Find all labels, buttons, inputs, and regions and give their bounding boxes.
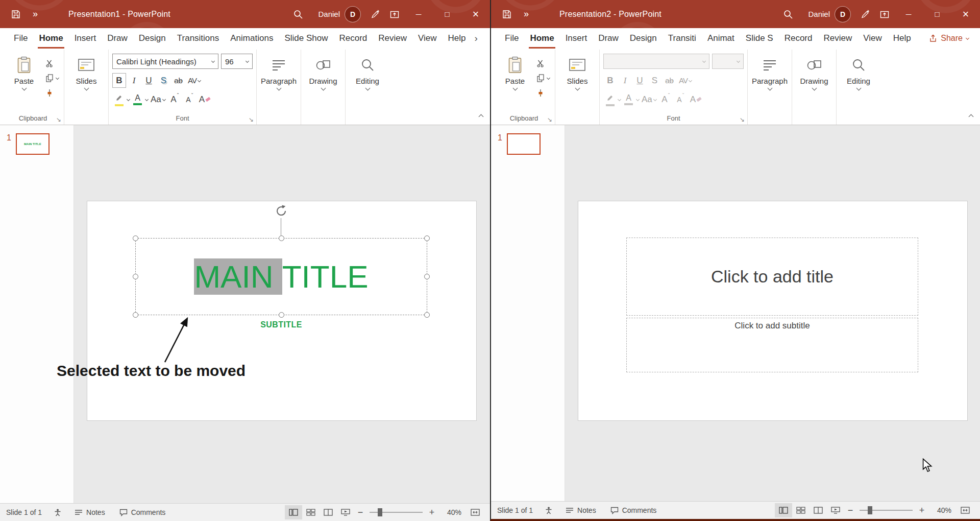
reading-view-button[interactable]	[810, 503, 827, 517]
tab-home[interactable]: Home	[33, 28, 68, 49]
notes-button[interactable]: Notes	[566, 506, 596, 514]
editing-button[interactable]: Editing	[840, 52, 877, 112]
zoom-level[interactable]: 40%	[439, 508, 461, 516]
slide-sorter-view-button[interactable]	[302, 505, 320, 519]
paste-button[interactable]: Paste	[6, 52, 42, 112]
paste-button[interactable]: Paste	[497, 52, 533, 112]
user-name[interactable]: Daniel	[808, 10, 830, 18]
slide[interactable]: MAIN TITLE SUBTITLE	[87, 201, 476, 420]
save-icon[interactable]	[6, 0, 26, 28]
slides-button[interactable]: Slides	[559, 52, 596, 112]
slideshow-button[interactable]	[827, 503, 844, 517]
clipboard-dialog-launcher-icon[interactable]: ↘	[547, 116, 552, 123]
rotate-handle-icon[interactable]	[275, 204, 288, 218]
tab-transitions[interactable]: Transitions	[172, 28, 225, 49]
ribbon-display-options-icon[interactable]	[385, 0, 404, 28]
tab-draw[interactable]: Draw	[102, 28, 133, 49]
font-name-combo[interactable]: Calibri Light (Headings)	[112, 54, 218, 69]
maximize-button[interactable]: □	[923, 0, 951, 28]
comments-button[interactable]: Comments	[610, 506, 657, 514]
ribbon-display-options-icon[interactable]	[875, 0, 894, 28]
change-case-button[interactable]: Aa	[149, 92, 167, 107]
quick-access-chevron-icon[interactable]: »	[26, 0, 45, 28]
drawing-button[interactable]: Drawing	[796, 52, 832, 112]
search-icon[interactable]	[288, 0, 308, 28]
zoom-in-button[interactable]: +	[916, 505, 928, 516]
minimize-button[interactable]: ─	[894, 0, 923, 28]
copy-button[interactable]	[535, 73, 551, 84]
collapse-ribbon-button[interactable]	[969, 111, 973, 121]
slide-thumbnail[interactable]: MAIN TITLE	[16, 133, 50, 155]
slide-sorter-view-button[interactable]	[792, 503, 810, 517]
zoom-slider[interactable]	[370, 512, 423, 513]
normal-view-button[interactable]	[775, 503, 792, 517]
title-placeholder[interactable]: Click to add title	[626, 238, 918, 316]
tab-transitions[interactable]: Transiti	[663, 28, 702, 49]
collapse-ribbon-button[interactable]	[479, 111, 483, 121]
fit-slide-to-window-button[interactable]	[957, 503, 974, 517]
tab-draw[interactable]: Draw	[593, 28, 624, 49]
zoom-level[interactable]: 40%	[929, 506, 951, 514]
cut-button[interactable]	[44, 58, 60, 69]
tab-file[interactable]: File	[8, 28, 33, 49]
accessibility-icon[interactable]	[54, 509, 61, 516]
editing-button[interactable]: Editing	[349, 52, 386, 112]
slideshow-button[interactable]	[337, 505, 354, 519]
tab-home[interactable]: Home	[524, 28, 559, 49]
drawing-button[interactable]: Drawing	[305, 52, 341, 112]
notes-button[interactable]: Notes	[75, 508, 105, 516]
text-highlight-color-button[interactable]	[112, 92, 126, 107]
user-name[interactable]: Daniel	[318, 10, 340, 18]
tab-insert[interactable]: Insert	[69, 28, 102, 49]
minimize-button[interactable]: ─	[404, 0, 433, 28]
copy-button[interactable]	[44, 73, 60, 84]
subtitle-placeholder[interactable]: Click to add subtitle	[626, 318, 918, 372]
format-painter-button[interactable]	[535, 87, 551, 99]
tab-animations[interactable]: Animations	[225, 28, 279, 49]
zoom-slider[interactable]	[860, 510, 913, 511]
ink-pen-icon[interactable]	[855, 0, 875, 28]
slide-title-text[interactable]: MAIN TITLE	[135, 238, 427, 315]
decrease-font-size-button[interactable]: Aˇ	[183, 92, 197, 107]
tab-file[interactable]: File	[499, 28, 524, 49]
slide-thumbnail[interactable]	[507, 133, 541, 155]
zoom-slider-thumb[interactable]	[378, 508, 382, 516]
font-color-button[interactable]: A	[131, 92, 144, 107]
search-icon[interactable]	[778, 0, 798, 28]
tab-view[interactable]: View	[412, 28, 443, 49]
accessibility-icon[interactable]	[545, 507, 552, 514]
tab-help[interactable]: Help	[888, 28, 917, 49]
zoom-slider-thumb[interactable]	[868, 506, 872, 514]
zoom-out-button[interactable]: −	[844, 505, 856, 516]
text-shadow-button[interactable]: S	[157, 73, 170, 88]
ink-pen-icon[interactable]	[365, 0, 385, 28]
tab-slide-show[interactable]: Slide Show	[279, 28, 333, 49]
clear-formatting-button[interactable]: A	[198, 92, 212, 107]
tab-insert[interactable]: Insert	[560, 28, 593, 49]
tab-design[interactable]: Design	[133, 28, 172, 49]
font-dialog-launcher-icon[interactable]: ↘	[740, 116, 745, 123]
zoom-in-button[interactable]: +	[426, 507, 438, 518]
font-dialog-launcher-icon[interactable]: ↘	[249, 116, 254, 123]
avatar[interactable]: D	[835, 7, 850, 22]
paragraph-button[interactable]: Paragraph	[260, 52, 297, 112]
tab-design[interactable]: Design	[624, 28, 663, 49]
close-button[interactable]: ×	[461, 0, 490, 28]
tab-view[interactable]: View	[857, 28, 888, 49]
tab-review[interactable]: Review	[373, 28, 412, 49]
format-painter-button[interactable]	[44, 87, 60, 99]
font-size-combo[interactable]: 96	[221, 54, 253, 69]
maximize-button[interactable]: □	[433, 0, 461, 28]
slides-button[interactable]: Slides	[68, 52, 105, 112]
tab-help[interactable]: Help	[443, 28, 472, 49]
clipboard-dialog-launcher-icon[interactable]: ↘	[56, 116, 61, 123]
strikethrough-button[interactable]: ab	[172, 73, 185, 88]
quick-access-chevron-icon[interactable]: »	[517, 0, 536, 28]
tab-record[interactable]: Record	[333, 28, 373, 49]
increase-font-size-button[interactable]: Aˆ	[168, 92, 182, 107]
share-button[interactable]: Share	[923, 28, 975, 49]
tab-record[interactable]: Record	[779, 28, 818, 49]
slide[interactable]: Click to add title Click to add subtitle	[578, 201, 967, 420]
comments-button[interactable]: Comments	[119, 508, 166, 516]
paragraph-button[interactable]: Paragraph	[751, 52, 788, 112]
